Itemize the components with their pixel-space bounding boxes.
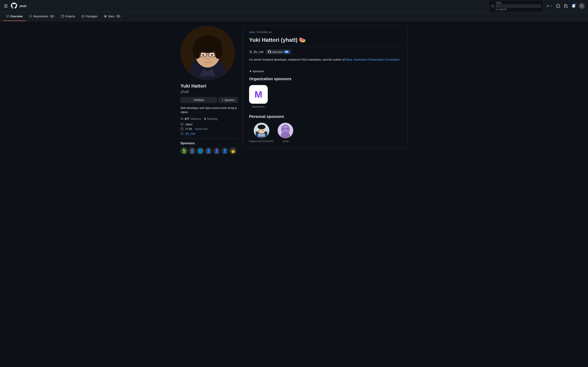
time-suffix: - same time (193, 127, 208, 131)
bio-text-suffix: . (249, 63, 250, 66)
readme-container: yhatt / README.md Yuki Hattori (yhatt) 🍉… (243, 26, 407, 148)
personal-sponsors-heading: Personal sponsors (249, 114, 401, 119)
sponsor-avatar-1[interactable]: 🍃 (181, 147, 187, 154)
header-left: yhatt (3, 2, 486, 9)
twitter-row: @y_hatt (181, 132, 238, 135)
followers-count: 677 (185, 117, 189, 120)
notifications-icon-wrap (571, 3, 576, 9)
sponsors-link[interactable]: Sponsors 23 (266, 50, 291, 54)
svg-point-31 (283, 129, 284, 129)
sponsors-count-badge: 23 (284, 50, 289, 53)
notification-dot (574, 4, 576, 5)
profile-sidebar: Yuki Hattori yhatt Unfollow ♥ Sponsor We… (181, 26, 238, 154)
readme-title-emoji: 🍉 (299, 37, 306, 43)
svg-point-32 (287, 129, 288, 129)
following-label: following (207, 117, 217, 120)
twitter-link[interactable]: @y_hatt (185, 132, 195, 135)
profile-avatar (181, 26, 235, 80)
location-row: Japan (181, 123, 238, 126)
tab-stars[interactable]: Stars 76 (101, 12, 124, 21)
main-layout: Yuki Hattori yhatt Unfollow ♥ Sponsor We… (177, 21, 411, 159)
repositories-count: 32 (49, 15, 55, 18)
svg-point-13 (207, 58, 209, 60)
sponsor-avatar-4[interactable]: 👤 (205, 147, 212, 154)
sponsor-avatar-2[interactable]: 👤 (189, 147, 196, 154)
pullrequests-button[interactable] (563, 3, 569, 9)
hamburger-button[interactable] (3, 3, 9, 9)
svg-point-5 (214, 43, 223, 59)
user-avatar[interactable] (579, 3, 585, 9)
twitter-badge: @y_hatt (249, 50, 263, 53)
github-logo-link[interactable] (11, 2, 17, 9)
new-button[interactable] (546, 4, 553, 8)
social-links-row: @y_hatt Sponsors 23 (249, 50, 401, 54)
markslides-name: MarkSlides (252, 105, 265, 108)
sponsors-section-title: Sponsors (181, 142, 238, 145)
personal-sponsors-grid: Hajime MATSUMOTO (249, 123, 401, 143)
followers-row: 677 followers · 0 following (181, 117, 238, 120)
sponsor-avatar-7[interactable]: 🧑 (229, 147, 236, 154)
time-value: 17:08 (185, 127, 192, 131)
sponsor-avatar-6[interactable]: 👤 (221, 147, 228, 154)
profile-full-name: Yuki Hattori (181, 83, 238, 89)
tab-projects[interactable]: Projects (58, 12, 78, 21)
sponsors-toggle-label: ▼ Sponsors (249, 70, 264, 73)
junta-name: Junta (282, 140, 289, 143)
readme-breadcrumb: yhatt / README.md (249, 31, 401, 33)
header-right (546, 3, 585, 9)
profile-action-buttons: Unfollow ♥ Sponsor (181, 97, 238, 103)
org-sponsors-heading: Organization sponsors (249, 77, 401, 81)
marp-link[interactable]: Marp, Markdown Presentation Ecosystem (346, 58, 400, 61)
readme-title: Yuki Hattori (yhatt) 🍉 (249, 37, 401, 43)
tab-overview[interactable]: Overview (3, 12, 26, 21)
breadcrumb-sep: / (255, 31, 257, 33)
svg-rect-23 (258, 134, 265, 136)
stars-count: 76 (115, 15, 121, 18)
hajime-avatar (254, 123, 269, 138)
profile-username: yhatt (181, 90, 238, 94)
tab-repositories[interactable]: Repositories 32 (26, 12, 58, 21)
repositories-tab-label: Repositories (33, 15, 48, 18)
readme-bio: I'm senior frontend developer, weekend O… (249, 57, 401, 67)
svg-point-20 (259, 130, 260, 131)
readme-title-text: Yuki Hattori (yhatt) (249, 37, 297, 43)
org-sponsors-grid: M MarkSlides (249, 85, 401, 108)
sponsor-avatars-list: 🍃 👤 🌐 👤 👤 👤 🧑 (181, 147, 238, 154)
sponsors-link-label: Sponsors (272, 50, 283, 53)
sponsor-button-label: Sponsor (225, 99, 235, 101)
profile-nav: Overview Repositories 32 Projects Packag… (0, 12, 588, 21)
packages-tab-label: Packages (86, 15, 97, 18)
sponsor-avatar-5[interactable]: 👤 (213, 147, 220, 154)
bio-text-part1: I'm senior frontend developer, weekend O… (249, 58, 345, 61)
sponsor-hajime[interactable]: Hajime MATSUMOTO (249, 123, 274, 143)
sponsor-avatar-3[interactable]: 🌐 (197, 147, 204, 154)
twitter-handle-text: @y_hatt (253, 50, 263, 53)
header-username: yhatt (19, 4, 26, 8)
search-placeholder-text: Type / to search (496, 1, 541, 11)
search-bar[interactable]: Type / to search (489, 0, 543, 12)
hajime-name: Hajime MATSUMOTO (249, 140, 274, 143)
markslides-logo: M (249, 85, 268, 104)
unfollow-button[interactable]: Unfollow (181, 97, 217, 103)
svg-point-12 (211, 54, 213, 56)
svg-point-11 (202, 54, 204, 56)
readme-top-divider (249, 46, 401, 46)
overview-tab-label: Overview (10, 15, 23, 18)
breadcrumb-user-link[interactable]: yhatt (249, 31, 255, 33)
separator: · (202, 117, 203, 120)
sponsor-button[interactable]: ♥ Sponsor (218, 97, 238, 103)
projects-tab-label: Projects (65, 15, 75, 18)
main-header: yhatt Type / to search (0, 0, 588, 12)
heart-icon: ♥ (222, 99, 224, 101)
markslides-sponsor-card[interactable]: M MarkSlides (249, 85, 268, 108)
tab-packages[interactable]: Packages (78, 12, 101, 21)
sponsor-junta[interactable]: Junta (278, 123, 293, 143)
following-count: 0 (204, 117, 206, 120)
stars-tab-label: Stars (108, 15, 114, 18)
profile-bio: Web developer and Open-source lover livi… (181, 106, 238, 114)
breadcrumb-file: README.md (257, 31, 272, 33)
sponsors-toggle[interactable]: ▼ Sponsors (249, 70, 401, 73)
svg-point-21 (262, 130, 263, 131)
issues-button[interactable] (555, 3, 561, 9)
svg-point-17 (258, 125, 265, 129)
